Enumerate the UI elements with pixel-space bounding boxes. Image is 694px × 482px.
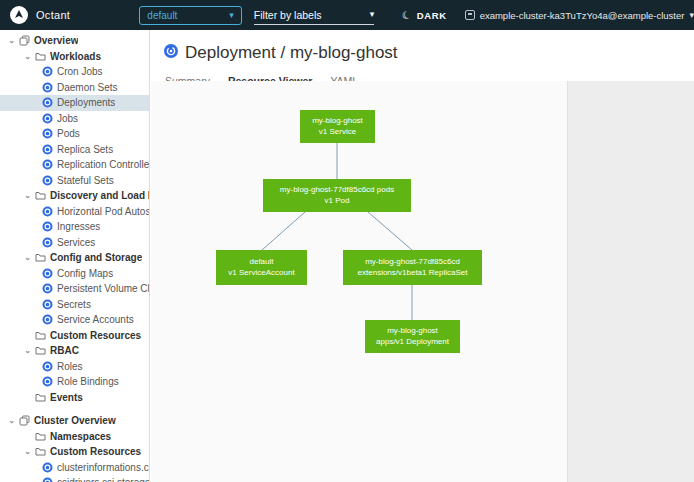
graph-node-deployment[interactable]: my-blog-ghostapps/v1 Deployment (365, 320, 460, 353)
dark-mode-toggle[interactable]: ☾ DARK (402, 9, 446, 22)
folder-icon (35, 392, 46, 403)
graph-edge (368, 212, 412, 250)
resource-icon (42, 128, 53, 139)
sidebar-item-secrets[interactable]: Secrets (0, 297, 149, 313)
sidebar-item-label: RBAC (50, 345, 79, 356)
graph-node-service[interactable]: my-blog-ghostv1 Service (300, 110, 375, 143)
node-kind: v1 Pod (325, 196, 350, 206)
collapse-chevron-icon[interactable]: ⌄ (22, 52, 33, 61)
sidebar-item-services[interactable]: Services (0, 235, 149, 251)
sidebar-item-label: Roles (57, 361, 83, 372)
graph-node-serviceaccount[interactable]: defaultv1 ServiceAccount (216, 250, 307, 285)
sidebar-item-persistent-volume-claims[interactable]: Persistent Volume Claims (0, 281, 149, 297)
viewer-side-panel (567, 81, 694, 482)
sidebar-item-replica-sets[interactable]: Replica Sets (0, 142, 149, 158)
page-title: Deployment / my-blog-ghost (185, 43, 398, 63)
sidebar-item-label: Daemon Sets (57, 82, 118, 93)
node-kind: extensions/v1beta1 ReplicaSet (358, 268, 468, 278)
sidebar-item-label: Overview (34, 35, 78, 46)
sidebar-item-clusterinformations-crd-projec[interactable]: clusterinformations.crd.projec (0, 460, 149, 476)
sidebar-item-events[interactable]: Events (0, 390, 149, 406)
sidebar-item-label: Stateful Sets (57, 175, 114, 186)
sidebar-item-label: Events (50, 392, 83, 403)
collapse-chevron-icon[interactable]: ⌄ (6, 416, 17, 425)
sidebar-item-rbac[interactable]: ⌄RBAC (0, 343, 149, 359)
sidebar-item-pods[interactable]: Pods (0, 126, 149, 142)
sidebar-item-service-accounts[interactable]: Service Accounts (0, 312, 149, 328)
node-name: my-blog-ghost-77df85c6cd (365, 257, 460, 267)
sidebar-item-label: Services (57, 237, 95, 248)
resource-icon (42, 82, 53, 93)
sidebar-item-role-bindings[interactable]: Role Bindings (0, 374, 149, 390)
deployment-icon (164, 44, 178, 62)
label-filter-dropdown[interactable]: Filter by labels ▾ (254, 6, 375, 25)
sidebar-item-workloads[interactable]: ⌄Workloads (0, 49, 149, 65)
sidebar-item-discovery-and-load-balancing[interactable]: ⌄Discovery and Load Balancing (0, 188, 149, 204)
sidebar-item-namespaces[interactable]: Namespaces (0, 429, 149, 445)
node-kind: v1 Service (319, 127, 356, 137)
resource-icon (42, 97, 53, 108)
collapse-chevron-icon[interactable]: ⌄ (22, 191, 33, 200)
cluster-context-dropdown[interactable]: example-cluster-ka3TuTzYo4a@example-clus… (465, 10, 694, 21)
namespace-dropdown[interactable]: default ▾ (139, 6, 241, 25)
sidebar-item-cluster-overview[interactable]: ⌄Cluster Overview (0, 413, 149, 429)
chevron-down-icon: ▾ (689, 11, 694, 20)
collapse-chevron-icon[interactable]: ⌄ (6, 36, 17, 45)
resource-icon (42, 376, 53, 387)
graph-edge (262, 212, 305, 250)
collapse-chevron-icon[interactable]: ⌄ (22, 447, 33, 456)
resource-icon (42, 206, 53, 217)
resource-icon (42, 221, 53, 232)
sidebar-item-label: Deployments (57, 97, 115, 108)
brand-name: Octant (36, 9, 70, 21)
sidebar-item-label: Replication Controllers (57, 159, 149, 170)
sidebar-item-label: Cluster Overview (34, 415, 116, 426)
node-name: my-blog-ghost (312, 116, 363, 126)
sidebar-item-label: Horizontal Pod Autoscalers (57, 206, 149, 217)
sidebar-item-custom-resources[interactable]: Custom Resources (0, 328, 149, 344)
sidebar-item-deployments[interactable]: Deployments (0, 95, 149, 111)
sidebar-item-horizontal-pod-autoscalers[interactable]: Horizontal Pod Autoscalers (0, 204, 149, 220)
folder-icon (35, 345, 46, 356)
moon-icon: ☾ (401, 7, 414, 22)
sidebar-item-daemon-sets[interactable]: Daemon Sets (0, 80, 149, 96)
resource-icon (42, 144, 53, 155)
chevron-down-icon: ▾ (229, 11, 234, 20)
main-content: Deployment / my-blog-ghost SummaryResour… (151, 30, 694, 482)
sidebar-item-label: Custom Resources (50, 330, 141, 341)
sidebar-nav: ⌄Overview⌄WorkloadsCron JobsDaemon SetsD… (0, 30, 150, 482)
resource-icon (42, 237, 53, 248)
resource-icon (42, 361, 53, 372)
sidebar-item-stateful-sets[interactable]: Stateful Sets (0, 173, 149, 189)
sidebar-item-label: Replica Sets (57, 144, 113, 155)
sidebar-item-config-maps[interactable]: Config Maps (0, 266, 149, 282)
folder-icon (35, 330, 46, 341)
graph-node-replicaset[interactable]: my-blog-ghost-77df85c6cdextensions/v1bet… (343, 250, 482, 285)
sidebar-item-label: Custom Resources (50, 446, 141, 457)
octant-logo-icon (10, 6, 28, 24)
resource-icon (42, 462, 53, 473)
collapse-chevron-icon[interactable]: ⌄ (22, 253, 33, 262)
collapse-chevron-icon[interactable]: ⌄ (22, 346, 33, 355)
sidebar-item-label: Service Accounts (57, 314, 134, 325)
dark-mode-label: DARK (417, 10, 447, 21)
sidebar-item-overview[interactable]: ⌄Overview (0, 33, 149, 49)
sidebar-item-label: Jobs (57, 113, 78, 124)
sidebar-item-label: Pods (57, 128, 80, 139)
sidebar-item-label: Workloads (50, 51, 101, 62)
page-header: Deployment / my-blog-ghost (151, 30, 694, 63)
sidebar-item-roles[interactable]: Roles (0, 359, 149, 375)
sidebar-item-config-and-storage[interactable]: ⌄Config and Storage (0, 250, 149, 266)
resource-icon (42, 314, 53, 325)
sidebar-item-cron-jobs[interactable]: Cron Jobs (0, 64, 149, 80)
sidebar-item-csidrivers-csi-storage-k8s-io[interactable]: csidrivers.csi.storage.k8s.io (0, 475, 149, 482)
sidebar-item-replication-controllers[interactable]: Replication Controllers (0, 157, 149, 173)
sidebar-item-jobs[interactable]: Jobs (0, 111, 149, 127)
sidebar-item-ingresses[interactable]: Ingresses (0, 219, 149, 235)
sidebar-item-custom-resources[interactable]: ⌄Custom Resources (0, 444, 149, 460)
sidebar-item-label: Discovery and Load Balancing (50, 190, 149, 201)
sidebar-item-label: clusterinformations.crd.projec (57, 462, 149, 473)
sidebar-item-label: Cron Jobs (57, 66, 103, 77)
graph-node-pod[interactable]: my-blog-ghost-77df85c6cd podsv1 Pod (263, 179, 411, 212)
folder-icon (35, 446, 46, 457)
